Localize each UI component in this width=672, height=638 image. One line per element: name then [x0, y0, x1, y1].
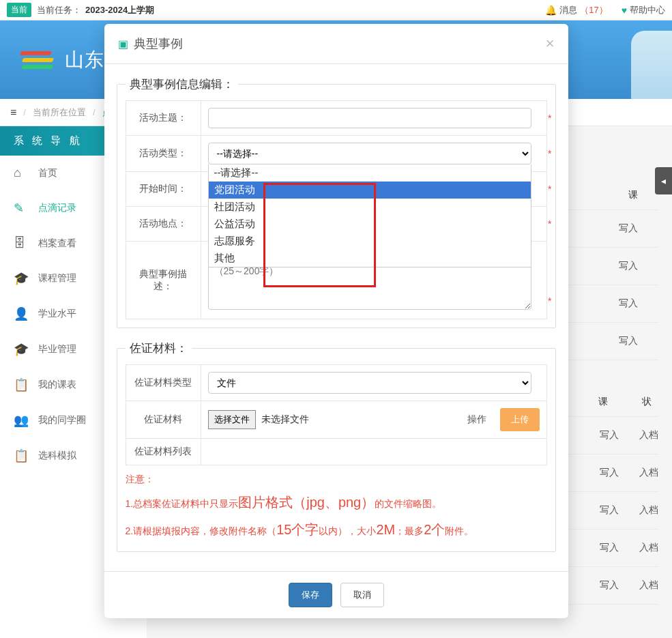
label-place: 活动地点： [126, 207, 201, 242]
label-mat: 佐证材料 [126, 401, 201, 439]
close-icon[interactable]: × [546, 35, 555, 53]
type-option[interactable]: --请选择-- [209, 164, 531, 182]
file-status: 未选择文件 [261, 414, 309, 426]
mat-type-select[interactable]: 文件 [208, 372, 531, 394]
modal: ▣ 典型事例 × 典型事例信息编辑： 活动主题： * 活动类型： [104, 24, 568, 618]
label-type: 活动类型： [126, 136, 201, 172]
mat-list-cell [201, 439, 546, 465]
help-link[interactable]: ♥ 帮助中心 [622, 4, 665, 16]
type-option[interactable]: 党团活动 [209, 182, 531, 199]
notice: 注意： 1.总档案佐证材料中只显示图片格式（jpg、png）的文件缩略图。 2.… [126, 469, 547, 543]
modal-title: 典型事例 [134, 35, 183, 52]
type-select[interactable]: --请选择-- [208, 143, 531, 164]
cancel-button[interactable]: 取消 [340, 583, 384, 607]
msg-label: 消息 [559, 4, 577, 16]
bell-icon: 🔔 [545, 5, 557, 16]
type-option[interactable]: 公益活动 [209, 216, 531, 233]
modal-footer: 保存 取消 [104, 571, 568, 618]
modal-overlay: ▣ 典型事例 × 典型事例信息编辑： 活动主题： * 活动类型： [0, 20, 672, 638]
label-mat-list: 佐证材料列表 [126, 439, 201, 465]
section-edit-title: 典型事例信息编辑： [126, 76, 238, 92]
task-value: 2023-2024上学期 [85, 4, 154, 16]
section-edit: 典型事例信息编辑： 活动主题： * 活动类型： [117, 76, 556, 328]
notice-title: 注意： [126, 469, 547, 489]
operate-label: 操作 [467, 414, 486, 426]
upload-button[interactable]: 上传 [500, 408, 540, 431]
task-label: 当前任务： [37, 4, 81, 16]
label-mat-type: 佐证材料类型 [126, 365, 201, 401]
heart-icon: ♥ [622, 5, 627, 16]
choose-file-button[interactable]: 选择文件 [208, 410, 256, 429]
section-material: 佐证材料： 佐证材料类型 文件 佐证材料 [117, 340, 556, 552]
messages-link[interactable]: 🔔 消息 （17） [545, 4, 607, 16]
label-desc: 典型事例描述： [126, 242, 201, 319]
type-dropdown: --请选择-- 党团活动 社团活动 公益活动 志愿服务 其他 [208, 164, 531, 267]
label-start: 开始时间： [126, 172, 201, 207]
type-option[interactable]: 社团活动 [209, 199, 531, 216]
book-icon: ▣ [118, 38, 128, 50]
type-option[interactable]: 其他 [209, 250, 531, 267]
help-label: 帮助中心 [630, 4, 665, 16]
label-topic: 活动主题： [126, 101, 201, 136]
current-badge: 当前 [7, 3, 31, 17]
section-material-title: 佐证材料： [126, 340, 192, 356]
msg-count: （17） [580, 4, 607, 16]
topic-input[interactable] [208, 108, 531, 128]
type-option[interactable]: 志愿服务 [209, 233, 531, 250]
modal-header: ▣ 典型事例 × [104, 24, 568, 64]
topbar: 当前 当前任务： 2023-2024上学期 🔔 消息 （17） ♥ 帮助中心 [0, 0, 672, 20]
save-button[interactable]: 保存 [289, 583, 332, 607]
